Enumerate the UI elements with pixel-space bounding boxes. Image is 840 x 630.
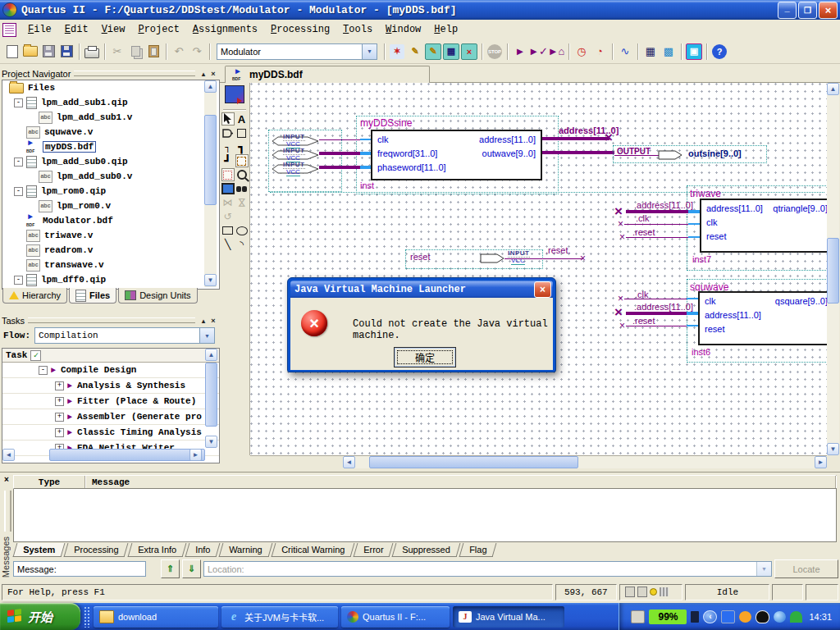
taskbar-task-java[interactable]: J Java Virtual Ma... xyxy=(453,606,564,628)
simulator-icon[interactable]: ∿ xyxy=(616,43,634,61)
cut-icon[interactable]: ✂ xyxy=(108,43,126,61)
tree-item-selected[interactable]: myDDS.bdf xyxy=(2,139,219,154)
orthogonal-conduit-tool-icon[interactable]: ┛ xyxy=(221,154,235,167)
collapse-panel-icon[interactable] xyxy=(199,69,208,79)
locate-button[interactable]: Locate xyxy=(774,559,838,578)
line-tool-icon[interactable]: ╲ xyxy=(221,238,235,251)
partial-line-tool-icon[interactable] xyxy=(221,168,235,181)
taskbar-task-browser[interactable]: e 关于JVM与卡卡软... xyxy=(221,606,338,628)
rotate-90-icon[interactable]: ↺ xyxy=(221,210,235,223)
flip-vertical-icon[interactable]: ⋈ xyxy=(235,196,249,209)
collapse-icon[interactable] xyxy=(14,98,23,107)
umbrella-icon[interactable] xyxy=(790,611,802,623)
input-pin[interactable]: INPUT VCC xyxy=(272,147,321,162)
scroll-up-icon[interactable] xyxy=(204,80,217,93)
remove-assignments-icon[interactable]: × xyxy=(460,43,478,61)
power-plug-icon[interactable] xyxy=(691,611,699,623)
editor-vscrollbar-thumb[interactable] xyxy=(827,238,839,304)
expand-icon[interactable] xyxy=(55,428,64,437)
expand-icon[interactable] xyxy=(55,381,64,390)
menu-processing[interactable]: Processing xyxy=(264,21,336,38)
menu-help[interactable]: Help xyxy=(427,21,464,38)
zoom-tool-icon[interactable] xyxy=(235,168,249,181)
menu-tools[interactable]: Tools xyxy=(336,21,379,38)
location-dropdown[interactable]: Location: xyxy=(203,561,772,577)
triwave-block[interactable]: address[11..0] clk reset qtriangle[9..0] xyxy=(700,199,827,253)
copy-icon[interactable] xyxy=(126,43,144,61)
menu-edit[interactable]: Edit xyxy=(58,21,95,38)
mydds-block[interactable]: clk freqword[31..0] phaseword[11..0] add… xyxy=(371,130,542,180)
undo-icon[interactable]: ↶ xyxy=(170,43,188,61)
scroll-right-icon[interactable] xyxy=(815,456,827,468)
project-select-combobox[interactable]: Modulator xyxy=(217,43,377,60)
tab-error[interactable]: Error xyxy=(353,543,393,557)
tab-mydds-bdf[interactable]: myDDS.bdf xyxy=(225,66,430,83)
start-compilation-icon[interactable]: ► xyxy=(511,43,529,61)
browser-icon[interactable] xyxy=(774,611,786,623)
tree-item[interactable]: readrom.v xyxy=(2,243,219,258)
collapse-icon[interactable] xyxy=(14,276,23,285)
task-row[interactable]: Fitter (Place & Route) xyxy=(2,394,219,409)
block-tool-icon[interactable] xyxy=(235,126,249,139)
scroll-up-icon[interactable] xyxy=(205,349,217,361)
squwave-block[interactable]: clk address[11..0] reset qsquare[9..0] xyxy=(698,291,827,345)
menu-view[interactable]: View xyxy=(95,21,132,38)
scroll-down-icon[interactable] xyxy=(827,443,839,455)
checkbox-icon[interactable] xyxy=(30,350,41,361)
close-panel-icon[interactable] xyxy=(208,69,218,79)
collapse-icon[interactable] xyxy=(39,366,48,375)
menu-assignments[interactable]: Assignments xyxy=(186,21,264,38)
orthogonal-bus-tool-icon[interactable]: ┓ xyxy=(235,140,249,153)
detach-window-icon[interactable] xyxy=(225,85,244,103)
tree-root[interactable]: Files xyxy=(2,80,219,95)
tree-item[interactable]: squwave.v xyxy=(2,125,219,139)
battery-meter[interactable]: 99% xyxy=(649,609,687,624)
qq-icon[interactable] xyxy=(756,610,769,623)
chip-planner-icon[interactable]: ▣ xyxy=(685,43,703,61)
scroll-left-icon[interactable] xyxy=(343,456,355,468)
ok-button[interactable]: 确定 xyxy=(394,347,456,368)
scroll-down-icon[interactable] xyxy=(205,436,217,448)
hide-icons-icon[interactable]: ‹ xyxy=(703,610,717,623)
tree-item[interactable]: Modulator.bdf xyxy=(2,213,219,228)
alert-icon[interactable] xyxy=(739,611,751,623)
tab-critical-warning[interactable]: Critical Warning xyxy=(271,543,354,557)
tab-processing[interactable]: Processing xyxy=(64,543,129,557)
quick-launch-separator[interactable] xyxy=(84,606,90,628)
tree-item[interactable]: lpm_rom0.qip xyxy=(2,184,219,199)
use-rubberbanding-icon[interactable] xyxy=(235,154,249,167)
timequest-icon[interactable]: ◔ xyxy=(591,43,609,61)
dialog-close-icon[interactable] xyxy=(534,281,551,298)
new-icon[interactable] xyxy=(3,43,21,61)
input-pin[interactable]: INPUT VCC xyxy=(272,161,321,176)
save-all-icon[interactable] xyxy=(57,43,75,61)
chevron-down-icon[interactable] xyxy=(199,328,214,343)
tree-item[interactable]: lpm_add_sub1.qip xyxy=(2,95,219,110)
tree-item[interactable]: lpm_add_sub1.v xyxy=(2,110,219,125)
tree-item[interactable]: lpm_rom0.v xyxy=(2,199,219,213)
paste-icon[interactable] xyxy=(144,43,162,61)
scroll-up-icon[interactable] xyxy=(827,83,839,95)
expand-icon[interactable] xyxy=(55,397,64,406)
rtl-viewer-icon[interactable]: ▦ xyxy=(641,43,660,61)
schematic-canvas[interactable]: myDDSsine clk freqword[31..0] phaseword[… xyxy=(250,83,827,455)
col-type[interactable]: Type xyxy=(14,476,85,488)
collapse-panel-icon[interactable] xyxy=(199,316,208,326)
tree-scrollbar-thumb[interactable] xyxy=(204,115,217,205)
tab-files[interactable]: Files xyxy=(69,288,116,304)
task-row[interactable]: Classic Timing Analysis xyxy=(2,425,219,441)
task-scrollbar-thumb[interactable] xyxy=(205,363,217,427)
tree-item[interactable]: transwave.v xyxy=(2,258,219,272)
start-button[interactable]: 开始 xyxy=(0,603,80,630)
orthogonal-node-tool-icon[interactable]: ┐ xyxy=(221,140,235,153)
redo-icon[interactable]: ↷ xyxy=(188,43,206,61)
text-tool-icon[interactable]: A xyxy=(235,112,249,126)
flip-horizontal-icon[interactable]: ⋈ xyxy=(221,196,235,209)
tree-item[interactable]: lpm_dff0.qip xyxy=(2,272,219,287)
scroll-right-icon[interactable] xyxy=(189,449,202,461)
tree-item[interactable]: triwave.v xyxy=(2,228,219,243)
close-panel-icon[interactable] xyxy=(208,316,218,326)
close-button[interactable] xyxy=(819,2,838,19)
scroll-left-icon[interactable] xyxy=(2,449,15,461)
tab-flag[interactable]: Flag xyxy=(459,543,497,557)
